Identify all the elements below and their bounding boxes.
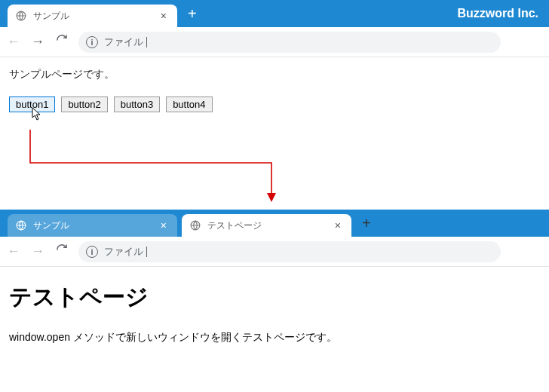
page-content: テストページ window.open メソッドで新しいウィンドウを開くテストペー… (0, 267, 549, 360)
forward-button[interactable]: → (30, 34, 45, 50)
button-row: button1 button2 button3 button4 (9, 96, 540, 112)
info-icon: i (86, 36, 98, 48)
tab-title: サンプル (33, 219, 158, 232)
globe-icon (15, 10, 27, 22)
tab-close-icon[interactable]: × (158, 10, 170, 22)
address-text: ファイル (104, 245, 143, 259)
toolbar: ← → i ファイル (0, 27, 549, 57)
button-1[interactable]: button1 (9, 96, 55, 112)
tab-close-icon[interactable]: × (332, 219, 344, 231)
page-content: サンプルページです。 button1 button2 button3 butto… (0, 57, 549, 170)
forward-button[interactable]: → (30, 243, 45, 259)
reload-button[interactable] (54, 243, 69, 259)
tab-testpage[interactable]: テストページ × (182, 214, 351, 237)
page-heading: テストページ (9, 282, 540, 313)
tab-bar: サンプル × テストページ × + (0, 210, 549, 237)
reload-button[interactable] (54, 34, 69, 50)
page-text: window.open メソッドで新しいウィンドウを開くテストページです。 (9, 331, 540, 345)
new-tab-button[interactable]: + (362, 215, 371, 232)
toolbar: ← → i ファイル (0, 237, 549, 267)
globe-icon (189, 219, 201, 231)
new-tab-button[interactable]: + (188, 5, 197, 23)
address-bar[interactable]: i ファイル (78, 241, 501, 262)
globe-icon (15, 219, 27, 231)
tab-title: サンプル (33, 10, 158, 23)
text-cursor (146, 37, 147, 47)
button-4[interactable]: button4 (166, 96, 212, 112)
tab-title: テストページ (207, 219, 332, 232)
address-bar[interactable]: i ファイル (78, 32, 501, 53)
back-button[interactable]: ← (6, 243, 21, 259)
button-3[interactable]: button3 (114, 96, 160, 112)
tab-close-icon[interactable]: × (158, 219, 170, 231)
browser-window-2: サンプル × テストページ × + ← → i ファイル テストページ wind… (0, 210, 549, 360)
brand-label: Buzzword Inc. (457, 0, 538, 27)
address-text: ファイル (104, 35, 143, 49)
button-2[interactable]: button2 (61, 96, 107, 112)
tab-bar: サンプル × + Buzzword Inc. (0, 0, 549, 27)
tab-sample[interactable]: サンプル × (8, 5, 177, 27)
back-button[interactable]: ← (6, 34, 21, 50)
page-text: サンプルページです。 (9, 68, 540, 81)
info-icon: i (86, 246, 98, 258)
tab-sample[interactable]: サンプル × (8, 214, 177, 237)
browser-window-1: サンプル × + Buzzword Inc. ← → i ファイル サンプルペー… (0, 0, 549, 170)
text-cursor (146, 247, 147, 257)
